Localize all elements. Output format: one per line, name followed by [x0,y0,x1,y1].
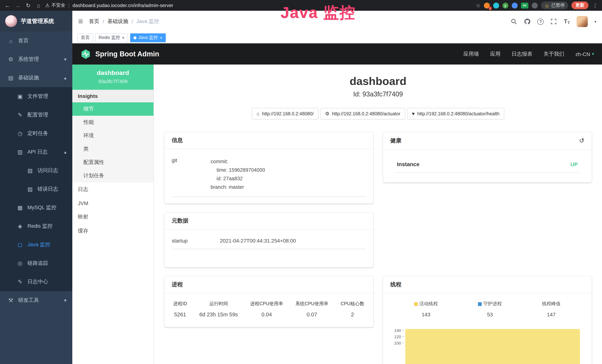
hamburger-icon[interactable]: ≡ [78,17,83,26]
sba-nav: 应用墙 应用 日志报表 关于我们 zh-CN ▾ [463,51,594,57]
history-icon[interactable]: ↺ [579,137,585,145]
column-value: 6d 23h 15m 59s [199,311,238,317]
legend-yellow-swatch [414,302,418,306]
breadcrumb-current: Java 监控 [136,18,159,25]
sba-menu-logs[interactable]: 日志 [72,182,153,197]
actuator-url-button[interactable]: ⚙ http://192.168.0.2:48080/actuator [320,108,405,119]
sidebar-item-home[interactable]: ⌂ 首页 [0,32,72,50]
avatar-caret-icon[interactable]: ▾ [594,20,596,23]
chevron-down-icon: ▾ [64,298,66,303]
sba-logo-link[interactable]: Spring Boot Admin [80,49,159,59]
sidebar-item-redis[interactable]: ◈ Redis 监控 [0,217,72,236]
sidebar-item-label: 文件管理 [27,93,48,100]
column-header: 系统CPU使用率 [295,301,328,307]
app-shell: 芋道管理系统 ⌂ 首页 ⚙ 系统管理 ▾ ▤ 基础设施 ▴ [0,11,602,364]
user-avatar[interactable] [577,16,588,27]
sba-menu-caches[interactable]: 缓存 [72,224,153,238]
forward-icon[interactable]: → [14,2,22,9]
logo[interactable]: 芋道管理系统 [0,11,72,32]
sidebar-item-mysql[interactable]: ▦ MySQL 监控 [0,198,72,217]
sba-menu-jvm[interactable]: JVM [72,197,153,210]
health-instance-label: Instance [397,161,419,167]
sidebar-item-devtools[interactable]: ⚒ 研发工具 ▾ [0,291,72,310]
service-url: http://192.168.0.2:48080/ [262,111,314,116]
update-button[interactable]: 更新 [571,1,589,9]
sba-nav-journal[interactable]: 日志报表 [512,51,532,57]
sba-menu-details[interactable]: 细节 [72,102,153,116]
sidebar: 芋道管理系统 ⌂ 首页 ⚙ 系统管理 ▾ ▤ 基础设施 ▴ [0,11,72,364]
paused-badge[interactable]: ☺ 已暂停 [541,1,568,9]
health-url-button[interactable]: ♥ http://192.168.0.2:48080/actuator/heal… [407,108,504,119]
breadcrumb-separator: / [103,19,104,24]
extension-teal-icon[interactable] [493,2,499,8]
extension-badge: 1 [489,7,492,10]
sba-language-select[interactable]: zh-CN ▾ [575,51,594,57]
extension-green-icon[interactable]: y [502,2,508,8]
sba-menu-classes[interactable]: 类 [72,142,153,156]
health-card-title: 健康 [390,137,401,144]
sidebar-item-label: Redis 监控 [27,223,53,230]
sidebar-item-label: 首页 [18,37,29,44]
sidebar-item-java-monitor[interactable]: ◻ Java 监控 [0,236,72,254]
sidebar-item-trace[interactable]: ◎ 链路追踪 [0,254,72,273]
column-value: 5261 [173,311,187,317]
sba-menu-metrics[interactable]: 性能 [72,116,153,129]
extension-orange-icon[interactable]: 1 [484,2,490,8]
legend-label: 守护进程 [483,301,502,307]
navbar-actions: ? TT ▾ [511,16,596,27]
doc-icon: ▧ [27,167,33,174]
close-icon[interactable]: × [160,35,162,40]
sidebar-item-error-log[interactable]: ▨ 错误日志 [0,180,72,198]
security-chip[interactable]: ⚠ 不安全 [45,2,65,9]
sidebar-item-files[interactable]: ▣ 文件管理 [0,87,72,106]
font-size-big: T [564,18,568,25]
tab-java-monitor[interactable]: Java 监控 × [130,33,166,42]
legend-daemon-threads: 守护进程 53 [478,301,502,317]
sba-menu-configprops[interactable]: 配置属性 [72,156,153,169]
process-col-uptime: 运行时间 6d 23h 15m 59s [199,301,238,317]
back-icon[interactable]: ← [4,2,11,9]
github-icon[interactable] [524,18,531,25]
page-title: dashboard [164,75,592,87]
service-url-button[interactable]: ⌂ http://192.168.0.2:48080/ [252,108,319,119]
instance-header[interactable]: dashboard 93a3fc7f7409 [72,64,153,90]
sba-menu-scheduled[interactable]: 计划任务 [72,169,153,182]
search-icon[interactable] [511,18,517,25]
home-icon[interactable]: ⌂ [35,2,42,9]
sidebar-item-log-center[interactable]: ✎ 日志中心 [0,273,72,291]
sidebar-item-config[interactable]: ✎ 配置管理 [0,106,72,124]
sidebar-item-system[interactable]: ⚙ 系统管理 ▾ [0,50,72,69]
sba-menu-mappings[interactable]: 映射 [72,210,153,224]
sidebar-item-label: 日志中心 [27,278,48,285]
sba-nav-applications[interactable]: 应用 [490,51,501,57]
git-branch-line: branch: master [211,183,366,191]
address-bar[interactable]: dashboard.yudao.iocoder.cn/infra/admin-s… [73,3,473,8]
help-icon[interactable]: ? [538,18,544,25]
sidebar-item-infra[interactable]: ▤ 基础设施 ▴ [0,69,72,87]
process-table: 进程ID 5261 运行时间 6d 23h 15m 59s [172,300,366,321]
tab-redis-monitor[interactable]: Redis 监控 × [95,33,128,42]
fullscreen-icon[interactable] [550,18,557,25]
breadcrumb-home[interactable]: 首页 [89,18,99,25]
column-header: 进程CPU使用率 [250,301,283,307]
sba-menu-environment[interactable]: 环境 [72,129,153,142]
main-column: ≡ 首页 / 基础设施 / Java 监控 ? TT ▾ [72,11,602,364]
extension-blue-icon[interactable] [512,2,517,8]
instance-links: ⌂ http://192.168.0.2:48080/ ⚙ http://192… [164,108,592,119]
close-icon[interactable]: × [122,35,125,40]
extension-on-icon[interactable]: on [521,2,528,8]
sba-nav-wallboard[interactable]: 应用墙 [463,51,479,57]
reload-icon[interactable]: ↻ [24,2,32,9]
extension-dark-icon[interactable] [532,2,538,8]
sidebar-item-api-log[interactable]: ▥ API 日志 ▴ [0,143,72,161]
font-size-icon[interactable]: TT [564,18,570,25]
sidebar-item-jobs[interactable]: ◷ 定时任务 [0,124,72,143]
tab-home[interactable]: 首页 [77,33,93,42]
chart-y-axis: 140 120 100 [390,327,404,346]
doc-icon: ▨ [27,186,33,193]
bookmark-star-icon[interactable]: ☆ [476,2,480,8]
sidebar-item-access-log[interactable]: ▧ 访问日志 [0,161,72,180]
sba-nav-about[interactable]: 关于我们 [544,51,564,57]
chrome-menu-icon[interactable]: ⋮ [592,2,599,8]
breadcrumb-infra[interactable]: 基础设施 [107,18,128,25]
